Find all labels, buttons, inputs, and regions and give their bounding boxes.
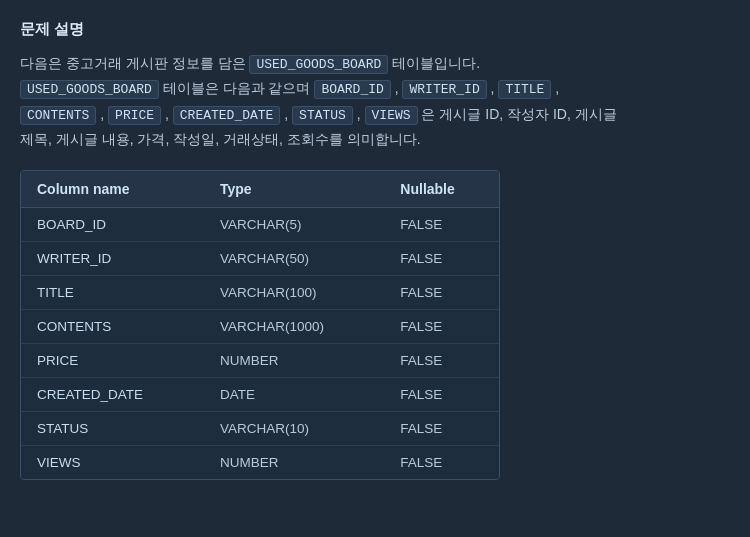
cell-type: VARCHAR(100) bbox=[204, 276, 384, 310]
cell-type: VARCHAR(10) bbox=[204, 412, 384, 446]
inline-code-created-date: CREATED_DATE bbox=[173, 106, 281, 125]
description: 다음은 중고거래 게시판 정보를 담은 USED_GOODS_BOARD 테이블… bbox=[20, 51, 730, 152]
cell-nullable: FALSE bbox=[384, 344, 499, 378]
inline-code-title: TITLE bbox=[498, 80, 551, 99]
cell-type: DATE bbox=[204, 378, 384, 412]
cell-nullable: FALSE bbox=[384, 276, 499, 310]
table-row: WRITER_ID VARCHAR(50) FALSE bbox=[21, 242, 499, 276]
schema-table-wrapper: Column name Type Nullable BOARD_ID VARCH… bbox=[20, 170, 500, 480]
table-row: TITLE VARCHAR(100) FALSE bbox=[21, 276, 499, 310]
cell-column-name: PRICE bbox=[21, 344, 204, 378]
inline-code-board-id: BOARD_ID bbox=[314, 80, 390, 99]
cell-nullable: FALSE bbox=[384, 446, 499, 480]
table-row: CONTENTS VARCHAR(1000) FALSE bbox=[21, 310, 499, 344]
inline-code-status: STATUS bbox=[292, 106, 353, 125]
cell-column-name: CREATED_DATE bbox=[21, 378, 204, 412]
col-header-column-name: Column name bbox=[21, 171, 204, 208]
inline-code-table-name2: USED_GOODS_BOARD bbox=[20, 80, 159, 99]
cell-type: VARCHAR(1000) bbox=[204, 310, 384, 344]
inline-code-contents: CONTENTS bbox=[20, 106, 96, 125]
cell-nullable: FALSE bbox=[384, 242, 499, 276]
inline-code-writer-id: WRITER_ID bbox=[402, 80, 486, 99]
cell-column-name: TITLE bbox=[21, 276, 204, 310]
cell-nullable: FALSE bbox=[384, 378, 499, 412]
cell-type: VARCHAR(50) bbox=[204, 242, 384, 276]
table-row: VIEWS NUMBER FALSE bbox=[21, 446, 499, 480]
cell-column-name: VIEWS bbox=[21, 446, 204, 480]
col-header-type: Type bbox=[204, 171, 384, 208]
cell-nullable: FALSE bbox=[384, 208, 499, 242]
table-row: STATUS VARCHAR(10) FALSE bbox=[21, 412, 499, 446]
table-row: CREATED_DATE DATE FALSE bbox=[21, 378, 499, 412]
cell-type: VARCHAR(5) bbox=[204, 208, 384, 242]
cell-column-name: STATUS bbox=[21, 412, 204, 446]
cell-column-name: CONTENTS bbox=[21, 310, 204, 344]
table-row: BOARD_ID VARCHAR(5) FALSE bbox=[21, 208, 499, 242]
inline-code-price: PRICE bbox=[108, 106, 161, 125]
table-row: PRICE NUMBER FALSE bbox=[21, 344, 499, 378]
inline-code-table-name: USED_GOODS_BOARD bbox=[249, 55, 388, 74]
section-title: 문제 설명 bbox=[20, 20, 730, 39]
cell-nullable: FALSE bbox=[384, 310, 499, 344]
col-header-nullable: Nullable bbox=[384, 171, 499, 208]
cell-nullable: FALSE bbox=[384, 412, 499, 446]
inline-code-views: VIEWS bbox=[365, 106, 418, 125]
cell-type: NUMBER bbox=[204, 446, 384, 480]
cell-type: NUMBER bbox=[204, 344, 384, 378]
problem-section: 문제 설명 다음은 중고거래 게시판 정보를 담은 USED_GOODS_BOA… bbox=[20, 20, 730, 480]
table-header-row: Column name Type Nullable bbox=[21, 171, 499, 208]
cell-column-name: BOARD_ID bbox=[21, 208, 204, 242]
cell-column-name: WRITER_ID bbox=[21, 242, 204, 276]
schema-table: Column name Type Nullable BOARD_ID VARCH… bbox=[21, 171, 499, 479]
